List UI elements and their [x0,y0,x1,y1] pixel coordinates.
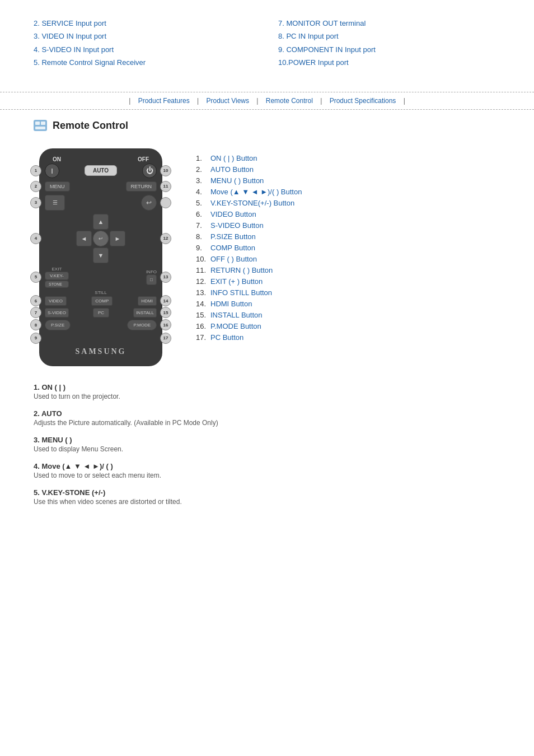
badge-7: 7 [30,307,41,318]
nav-separator-3: | [256,97,258,105]
badge-6: 6 [30,295,41,306]
desc-title-2: 2. AUTO [34,409,500,418]
nav-separator-2: | [197,97,199,105]
link-monitor-out[interactable]: 7. MONITOR OUT terminal [278,19,366,27]
svg-rect-3 [35,127,45,129]
nav-bar: | Product Features | Product Views | Rem… [0,92,534,110]
list-item-4: 4.Move (▲ ▼ ◄ ►)/( ) Button [196,188,512,196]
nav-product-features[interactable]: Product Features [138,97,190,105]
still-label: STILL [45,290,157,295]
desc-item-1: 1. ON ( | ) Used to turn on the projecto… [34,383,500,400]
psize-button[interactable]: P.SIZE [45,320,71,330]
left-links: 2. SERVICE Input port 3. VIDEO IN Input … [34,17,256,69]
top-links-section: 2. SERVICE Input port 3. VIDEO IN Input … [0,0,534,81]
badge-13: 13 [160,272,171,283]
list-item-1: 1.ON ( | ) Button [196,154,512,162]
link-video-in[interactable]: 3. VIDEO IN Input port [34,32,106,40]
badge-4: 4 [30,233,41,244]
video-button[interactable]: VIDEO [45,296,67,306]
badge-5: 5 [30,272,41,283]
remote-image-area: ON OFF 1 | AUTO ⏻ 10 2 MENU [22,148,179,366]
list-item-15: 15.INSTALL Button [196,311,512,319]
link-remote-receiver[interactable]: 5. Remote Control Signal Receiver [34,58,146,67]
link-service-input[interactable]: 2. SERVICE Input port [34,19,106,27]
on-label: ON [53,156,61,162]
badge-11: 11 [160,181,171,192]
nav-separator-1: | [129,97,130,105]
svg-rect-1 [35,122,40,125]
on-button[interactable]: | [45,164,59,178]
list-item-7: 7.S-VIDEO Button [196,221,512,230]
nav-up[interactable]: ▲ [93,214,109,230]
off-label: OFF [138,156,149,162]
desc-item-4: 4. Move (▲ ▼ ◄ ►)/ ( ) Used to move to o… [34,462,500,479]
link-svideo-in[interactable]: 4. S-VIDEO IN Input port [34,45,114,54]
nav-right[interactable]: ► [110,231,125,246]
list-item-13: 13.INFO STILL Button [196,288,512,297]
menu-label: MENU [45,181,70,192]
nav-product-specs[interactable]: Product Specifications [330,97,396,105]
svg-rect-2 [41,122,45,125]
auto-button[interactable]: AUTO [85,165,117,176]
list-item-3: 3.MENU ( ) Button [196,176,512,185]
nav-down[interactable]: ▼ [93,248,109,263]
badge-15: 15 [160,307,171,318]
desc-item-3: 3. MENU ( ) Used to display Menu Screen. [34,436,500,453]
link-power-in[interactable]: 10.POWER Input port [278,58,349,67]
link-component-in[interactable]: 9. COMPONENT IN Input port [278,45,376,54]
remote-control-icon [34,120,47,131]
pmode-button[interactable]: P.MODE [127,320,157,330]
badge-2: 2 [30,181,41,192]
vkeystone-button[interactable]: V.KEY- [45,272,69,280]
desc-text-1: Used to turn on the projector. [34,393,500,400]
badge-14: 14 [160,295,171,306]
info-area[interactable]: □ [146,274,157,285]
nav-center[interactable]: ↩ [93,231,109,246]
list-item-5: 5.V.KEY-STONE(+/-) Button [196,199,512,207]
hdmi-button[interactable]: HDMI [138,296,157,306]
numbered-button-list: 1.ON ( | ) Button 2.AUTO Button 3.MENU (… [196,148,512,366]
descriptions-section: 1. ON ( | ) Used to turn on the projecto… [0,377,534,520]
desc-title-1: 1. ON ( | ) [34,383,500,391]
return-label: RETURN [126,181,157,192]
link-pc-in[interactable]: 8. PC IN Input port [278,32,339,40]
right-links: 7. MONITOR OUT terminal 8. PC IN Input p… [278,17,500,69]
nav-remote-control[interactable]: Remote Control [266,97,313,105]
list-item-6: 6.VIDEO Button [196,210,512,218]
badge-1: 1 [30,165,41,176]
desc-text-2: Adjusts the Picture automatically. (Avai… [34,419,500,427]
return-button[interactable]: ↩ [141,195,157,211]
desc-text-4: Used to move to or select each menu item… [34,472,500,479]
off-button[interactable]: ⏻ [142,164,157,178]
list-item-14: 14.HDMI Button [196,300,512,308]
list-item-8: 8.P.SIZE Button [196,232,512,241]
list-item-11: 11.RETURN ( ) Button [196,266,512,274]
desc-title-4: 4. Move (▲ ▼ ◄ ►)/ ( ) [34,462,500,470]
svideo-button[interactable]: S-VIDEO [45,308,69,318]
menu-button[interactable]: ☰ [45,195,65,211]
desc-text-3: Used to display Menu Screen. [34,445,500,453]
desc-text-5: Use this when video scenes are distorted… [34,498,500,506]
list-item-2: 2.AUTO Button [196,165,512,174]
samsung-brand: SAMSUNG [45,347,157,356]
nav-left[interactable]: ◄ [76,231,92,246]
main-content: ON OFF 1 | AUTO ⏻ 10 2 MENU [0,137,534,377]
badge-10: 10 [160,165,171,176]
list-item-12: 12.EXIT (+ ) Button [196,277,512,286]
desc-item-5: 5. V.KEY-STONE (+/-) Use this when video… [34,488,500,506]
comp-button[interactable]: COMP [91,296,113,306]
section-title: Remote Control [53,120,128,132]
list-item-10: 10.OFF ( ) Button [196,255,512,263]
badge-12: 12 [160,233,171,244]
desc-title-3: 3. MENU ( ) [34,436,500,444]
pc-button[interactable]: PC [93,308,109,318]
nav-product-views[interactable]: Product Views [206,97,249,105]
vkeystone-label2: STONE [45,281,69,288]
nav-separator-4: | [320,97,322,105]
section-header: Remote Control [0,110,534,137]
list-item-16: 16.P.MODE Button [196,322,512,330]
desc-title-5: 5. V.KEY-STONE (+/-) [34,488,500,497]
badge-16: 16 [160,319,171,330]
list-item-17: 17.PC Button [196,333,512,342]
install-button[interactable]: INSTALL [133,308,157,318]
